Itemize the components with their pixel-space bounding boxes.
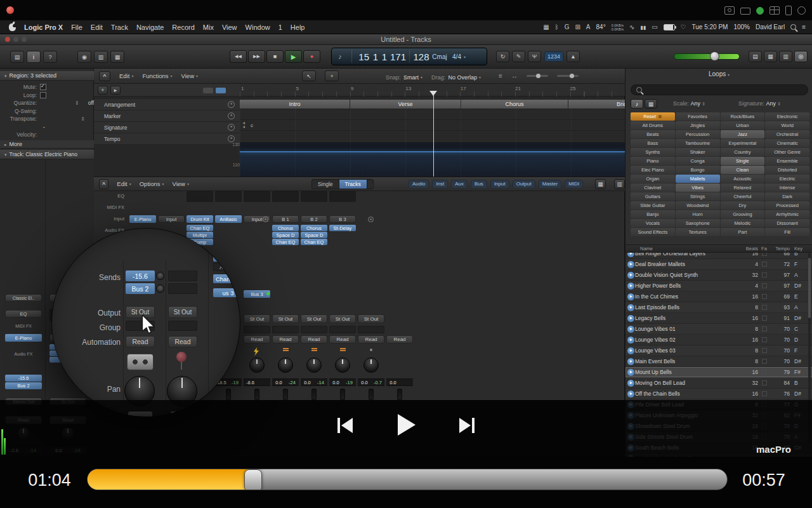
loop-category-button[interactable]: Fill [765,228,809,236]
loop-preview-icon[interactable] [627,293,634,300]
loop-category-button[interactable]: Elec Piano [631,166,675,174]
loop-preview-icon[interactable] [627,261,634,268]
replace-button[interactable]: ✎ [512,51,525,62]
loop-row[interactable]: Lounge Vibes 01 8 70 C [625,324,812,335]
add-icon[interactable] [263,217,268,222]
loop-favorite-checkbox[interactable] [762,316,767,321]
loop-category-button[interactable]: Reset [631,112,675,121]
add-icon[interactable] [228,112,235,119]
menu-item[interactable]: View [222,23,237,31]
next-button[interactable] [459,417,475,436]
mixer-wide-view-icon[interactable]: ▥ [614,179,625,189]
mixer-view-tab[interactable]: Single [312,180,339,189]
forward-button[interactable] [248,50,265,63]
input-slot[interactable]: AnBasic [215,215,242,223]
loop-preview-icon[interactable] [627,272,634,279]
previous-button[interactable] [337,417,353,436]
loop-category-button[interactable]: Vibes [676,184,720,192]
loop-category-button[interactable]: Dark [765,192,809,201]
arrangement-section[interactable]: Bridge [568,100,625,109]
rewind-button[interactable] [230,50,247,63]
loop-category-button[interactable]: Piano [631,157,675,165]
loop-category-button[interactable]: Intense [765,184,809,192]
heart-icon[interactable] [681,23,686,30]
send-slot[interactable]: -15.6 [5,375,42,382]
pan-knob[interactable] [363,358,379,373]
loop-category-button[interactable]: Percussion [676,130,720,138]
grammar-icon[interactable]: G [565,23,570,30]
fader-well[interactable] [283,389,288,400]
track-inspector-header[interactable]: Track: Classic Electric Piano [0,150,94,159]
loop-category-button[interactable]: Jazz [721,130,765,138]
loop-category-button[interactable]: Mallets [676,175,720,183]
send-slot[interactable]: Bus 2 [126,283,155,294]
loop-favorite-checkbox[interactable] [762,348,767,353]
chrome-icon[interactable] [740,8,750,15]
automation-mode-button[interactable]: Read [358,335,384,344]
input-slot[interactable]: Drum Kit [187,215,213,223]
metronome-button[interactable]: ▲ [566,51,580,62]
app-menu[interactable]: Logic Pro X [24,23,63,31]
master-volume-knob[interactable] [710,51,719,61]
pan-knob[interactable] [306,358,322,373]
loop-category-button[interactable]: Vocals [631,219,675,227]
loop-category-button[interactable]: Bass [631,139,675,147]
output-slot[interactable]: St Out [244,314,270,323]
fx-slot[interactable]: Chan EQ [187,225,213,231]
fx-slot[interactable]: Chorus [272,225,299,231]
loop-favorite-checkbox[interactable] [762,305,767,310]
add-track-button[interactable]: + [98,86,108,95]
mixer-menu[interactable]: View [172,180,188,187]
output-slot[interactable]: St Out [168,306,197,318]
bluetooth-icon[interactable] [555,23,559,30]
mixer-filter-button[interactable]: Bus [471,180,487,189]
patch-slot[interactable]: E-Piano [5,334,42,342]
freeze-icon[interactable] [253,347,259,358]
col-favorites[interactable]: Fa [758,246,770,251]
loop-preview-icon[interactable] [627,315,634,322]
eq-thumbnail[interactable] [301,191,327,202]
pointer-tool-button[interactable]: ↖ [302,70,316,81]
fader-well[interactable] [226,389,231,400]
loop-preview-icon[interactable] [627,326,634,333]
menu-bar-clock[interactable]: Tue 5:20 PM [692,23,728,30]
eq-thumbnail[interactable] [187,191,213,202]
loop-favorite-checkbox[interactable] [762,380,767,385]
col-name[interactable]: Name [635,246,742,251]
chrome-icon[interactable] [724,6,735,15]
spotlight-icon[interactable] [790,24,796,30]
input-menu-icon[interactable]: A [586,23,591,30]
loop-list-header[interactable]: Name Beats Fa Tempo Key [625,244,812,253]
notification-center-icon[interactable] [802,23,806,30]
chrome-icon[interactable] [756,7,764,15]
user-menu[interactable]: David Earl [756,23,785,30]
temperature[interactable]: 84° [596,23,606,30]
signature-lane[interactable]: 44 c [240,121,625,131]
loop-preview-icon[interactable] [627,304,634,311]
group-slot[interactable] [301,326,327,333]
send-level-knob[interactable] [156,284,164,293]
loop-category-button[interactable]: Other Genre [765,148,809,156]
chrome-icon[interactable] [785,6,792,15]
zoom-horizontal-icon[interactable]: ↔ [511,72,518,79]
region-inspector-header[interactable]: Region: 3 selected [0,71,94,81]
output-slot[interactable]: St Out [301,314,327,323]
eq-thumbnail[interactable] [329,191,356,202]
play-button[interactable] [285,50,302,63]
menu-item[interactable]: 1 [278,23,282,31]
loop-category-button[interactable]: Banjo [631,210,675,218]
apple-menu-icon[interactable] [9,23,16,31]
loop-favorite-checkbox[interactable] [762,326,767,331]
loop-category-button[interactable]: Electric [765,175,809,183]
loop-row[interactable]: Mount Up Bells 16 79 F# [625,367,812,378]
note-pads-button[interactable]: ▦ [764,51,777,62]
keyboard-icon[interactable] [575,23,580,30]
menu-item[interactable]: Mix [203,23,214,31]
lcd-menu-arrow[interactable]: ▾ [464,55,466,59]
library-button[interactable]: ▤ [10,51,24,63]
waveform-zoom-icon[interactable]: ≡ [499,72,502,79]
region-param-row[interactable]: Transpose: [0,115,94,123]
signature-menu[interactable]: Signature: Any ⇕ [738,100,781,107]
add-icon[interactable] [228,135,235,142]
panel-collapse-button[interactable] [99,179,108,189]
